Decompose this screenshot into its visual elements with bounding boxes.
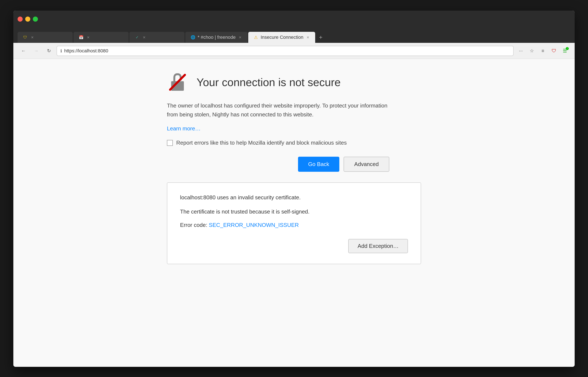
tab-title-5: Insecure Connection: [261, 35, 303, 40]
error-header: Your connection is not secure: [167, 72, 421, 93]
url-text: https://localhost:8080: [64, 48, 108, 54]
tabs-bar: 🛡 ✕ 📅 ✕ ✓ ✕ 🌐 * #choo | freenode ✕ ⚠ Ins…: [13, 28, 575, 43]
insecure-lock-icon: [167, 72, 188, 93]
tab-title-4: * #choo | freenode: [198, 35, 235, 40]
report-label: Report errors like this to help Mozilla …: [176, 140, 347, 146]
title-bar: [13, 11, 575, 28]
tab-5[interactable]: ⚠ Insecure Connection ✕: [248, 32, 315, 43]
report-checkbox[interactable]: [167, 140, 173, 146]
cert-error-line1: localhost:8080 uses an invalid security …: [180, 193, 408, 202]
toolbar: ← → ↻ ℹ https://localhost:8080 ··· ☆ ≡ 🛡…: [13, 43, 575, 59]
toolbar-right: ··· ☆ ≡ 🛡 ☰ !: [516, 46, 570, 56]
add-exception-button[interactable]: Add Exception…: [348, 239, 408, 253]
tab-close-3[interactable]: ✕: [142, 35, 146, 40]
tab-1[interactable]: 🛡 ✕: [18, 32, 73, 43]
close-traffic-light[interactable]: [18, 17, 23, 22]
error-container: Your connection is not secure The owner …: [167, 72, 421, 354]
menu-button[interactable]: ☰ !: [560, 46, 570, 56]
error-description: The owner of localhost has configured th…: [167, 101, 389, 119]
error-code-prefix: Error code:: [180, 222, 209, 228]
forward-button[interactable]: →: [31, 46, 41, 56]
reader-button[interactable]: ≡: [538, 46, 548, 56]
go-back-button[interactable]: Go Back: [298, 157, 340, 172]
learn-more-link[interactable]: Learn more…: [167, 125, 200, 132]
tab-4[interactable]: 🌐 * #choo | freenode ✕: [185, 32, 247, 43]
reload-button[interactable]: ↻: [44, 46, 54, 56]
tab-2[interactable]: 📅 ✕: [74, 32, 129, 43]
address-bar[interactable]: ℹ https://localhost:8080: [56, 46, 514, 56]
shield-button[interactable]: 🛡: [549, 46, 559, 56]
tab-3[interactable]: ✓ ✕: [129, 32, 185, 43]
traffic-lights: [18, 17, 38, 22]
tab-favicon-2: 📅: [78, 35, 84, 40]
page-content: Your connection is not secure The owner …: [13, 59, 575, 367]
advanced-panel: localhost:8080 uses an invalid security …: [167, 182, 421, 264]
error-title: Your connection is not secure: [197, 76, 341, 89]
tab-favicon-3: ✓: [134, 35, 140, 40]
action-buttons: Go Back Advanced: [167, 157, 389, 172]
tab-close-2[interactable]: ✕: [86, 35, 90, 40]
security-info-icon[interactable]: ℹ: [60, 48, 62, 53]
tab-close-4[interactable]: ✕: [238, 35, 242, 40]
tab-favicon-1: 🛡: [23, 35, 28, 40]
tab-close-5[interactable]: ✕: [305, 35, 310, 40]
tab-favicon-4: 🌐: [190, 35, 196, 40]
more-button[interactable]: ···: [516, 46, 525, 56]
browser-window: 🛡 ✕ 📅 ✕ ✓ ✕ 🌐 * #choo | freenode ✕ ⚠ Ins…: [13, 11, 575, 367]
error-code-line: Error code: SEC_ERROR_UNKNOWN_ISSUER: [180, 222, 408, 228]
maximize-traffic-light[interactable]: [33, 17, 38, 22]
bookmark-button[interactable]: ☆: [527, 46, 536, 56]
report-row: Report errors like this to help Mozilla …: [167, 140, 421, 146]
back-button[interactable]: ←: [18, 46, 29, 56]
add-exception-row: Add Exception…: [180, 239, 408, 253]
tab-close-1[interactable]: ✕: [30, 35, 34, 40]
advanced-button[interactable]: Advanced: [344, 157, 389, 172]
new-tab-button[interactable]: +: [316, 33, 325, 42]
error-code-link[interactable]: SEC_ERROR_UNKNOWN_ISSUER: [209, 222, 299, 228]
minimize-traffic-light[interactable]: [25, 17, 30, 22]
tab-warning-icon: ⚠: [253, 35, 258, 40]
cert-error-line2: The certificate is not trusted because i…: [180, 208, 408, 216]
